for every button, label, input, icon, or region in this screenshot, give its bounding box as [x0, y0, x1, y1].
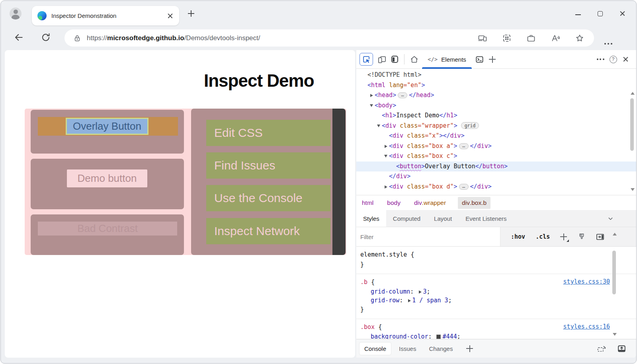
- css-rule--box[interactable]: .box {styles.css:16background-color: #44…: [356, 319, 636, 339]
- page-link-find-issues[interactable]: Find Issues: [206, 152, 330, 179]
- dom-tree-line[interactable]: <h1>Inspect Demo</h1>: [356, 111, 636, 121]
- dom-tree-line[interactable]: <div class="box d">…</div>: [356, 182, 636, 192]
- collapse-arrow-icon[interactable]: [368, 101, 375, 111]
- add-drawer-tab-icon[interactable]: [466, 345, 473, 352]
- back-icon[interactable]: [14, 32, 24, 43]
- page-link-inspect-network[interactable]: Inspect Network: [206, 218, 330, 244]
- css-rule-element-style[interactable]: element.style {}: [356, 247, 636, 274]
- page-box-e: Bad Contrast: [31, 214, 184, 255]
- dom-tree-line[interactable]: <div class="wrapper">grid: [356, 121, 636, 131]
- settings-more-icon[interactable]: [604, 43, 612, 45]
- apps-icon[interactable]: [502, 33, 512, 43]
- stylesheet-link[interactable]: styles.css:16: [563, 323, 610, 330]
- home-icon[interactable]: [408, 53, 420, 66]
- tab-layout[interactable]: Layout: [427, 210, 459, 227]
- css-property-background-color[interactable]: background-color: #444;: [360, 332, 632, 339]
- bad-contrast-button[interactable]: Bad Contrast: [38, 222, 177, 236]
- edge-logo-icon: [37, 11, 47, 20]
- expand-arrow-icon[interactable]: [383, 182, 389, 192]
- dom-tree-line-selected[interactable]: <button>Overlay Button</button>: [356, 162, 636, 172]
- devtools-toolbar: </> Elements ?: [356, 50, 636, 69]
- expand-arrow-icon[interactable]: [383, 141, 389, 152]
- dock-side-icon[interactable]: [388, 53, 401, 66]
- console-drawer-icon[interactable]: [473, 53, 486, 66]
- dom-tree-line[interactable]: <div class="box c">: [356, 151, 636, 162]
- dom-tree-line[interactable]: <!DOCTYPE html>: [356, 70, 636, 80]
- breadcrumb-item[interactable]: html: [360, 197, 375, 209]
- expand-ellipsis-button[interactable]: …: [459, 184, 469, 190]
- dom-tree-line[interactable]: <html lang="en">: [356, 80, 636, 91]
- refresh-icon[interactable]: [41, 32, 51, 43]
- profile-avatar-icon[interactable]: [10, 8, 21, 19]
- dom-tree-line[interactable]: <div class="x"></div>: [356, 131, 636, 141]
- page-box-a: Overlay Button: [31, 110, 184, 154]
- inspect-element-icon[interactable]: [360, 53, 373, 66]
- styles-scrollbar[interactable]: [612, 247, 617, 339]
- url-text[interactable]: https://microsoftedge.github.io/Demos/de…: [87, 34, 478, 42]
- pseudo-state-toggle[interactable]: :hov: [511, 233, 525, 240]
- breadcrumb-item-active[interactable]: div.box.b: [458, 197, 490, 209]
- device-emulation-icon[interactable]: [375, 53, 388, 66]
- tab-computed[interactable]: Computed: [386, 210, 427, 227]
- lock-icon[interactable]: [73, 34, 81, 42]
- page-title: Inspect Demo: [204, 71, 314, 91]
- breadcrumb-item[interactable]: div.wrapper: [412, 197, 447, 209]
- rotate-device-icon[interactable]: [596, 344, 606, 354]
- new-tab-button[interactable]: [188, 10, 194, 17]
- css-rule--b[interactable]: .b {styles.css:30grid-column: 3;grid-row…: [356, 274, 636, 319]
- add-style-rule-icon[interactable]: [560, 234, 567, 240]
- styles-pane: element.style {}.b {styles.css:30grid-co…: [356, 247, 636, 339]
- minimize-icon[interactable]: [575, 14, 581, 15]
- overlay-button[interactable]: Overlay Button: [66, 118, 149, 135]
- favorites-star-icon[interactable]: [575, 33, 584, 43]
- css-property-grid-row[interactable]: grid-row: 1 / span 3;: [360, 296, 632, 305]
- css-property-grid-column[interactable]: grid-column: 3;: [360, 287, 632, 296]
- grid-badge[interactable]: grid: [461, 122, 479, 129]
- send-to-devices-icon[interactable]: [478, 33, 487, 43]
- tab-strip: Inspector Demonstration: [1, 1, 636, 25]
- drawer-tab-changes[interactable]: Changes: [424, 343, 457, 355]
- dom-tree-line[interactable]: <div class="box a">…</div>: [356, 141, 636, 152]
- dom-tree-line[interactable]: <body>: [356, 101, 636, 111]
- chevron-down-icon[interactable]: [607, 215, 614, 222]
- address-bar-icons: [478, 33, 584, 43]
- demo-button[interactable]: Demo button: [67, 169, 147, 187]
- stylesheet-link[interactable]: styles.css:30: [563, 278, 610, 285]
- browser-window: Inspector Demonstration https://microsof…: [0, 0, 637, 364]
- browser-tab[interactable]: Inspector Demonstration: [32, 6, 179, 25]
- styles-filter-input[interactable]: [356, 227, 500, 246]
- tab-elements[interactable]: </> Elements: [420, 50, 473, 69]
- dark-sidebar: [332, 109, 346, 255]
- window-close-icon[interactable]: [619, 10, 626, 17]
- devtools-close-icon[interactable]: [619, 53, 632, 66]
- dom-scrollbar[interactable]: [629, 89, 635, 195]
- class-toggle[interactable]: .cls: [535, 233, 550, 240]
- read-aloud-icon[interactable]: [551, 33, 560, 43]
- tab-styles[interactable]: Styles: [356, 210, 386, 227]
- page-link-edit-css[interactable]: Edit CSS: [206, 120, 330, 146]
- url-path: /Demos/devtools-inspect/: [184, 34, 260, 42]
- collapse-arrow-icon[interactable]: [383, 151, 389, 162]
- expand-arrow-icon[interactable]: [368, 90, 375, 101]
- help-icon[interactable]: ?: [607, 53, 619, 66]
- tab-close-icon[interactable]: [167, 13, 174, 19]
- open-panel-icon[interactable]: [617, 344, 627, 354]
- address-bar[interactable]: https://microsoftedge.github.io/Demos/de…: [64, 29, 594, 47]
- page-link-use-the-console[interactable]: Use the Console: [206, 185, 330, 211]
- tab-event-listeners[interactable]: Event Listeners: [459, 210, 513, 227]
- maximize-icon[interactable]: [598, 11, 603, 16]
- expand-ellipsis-button[interactable]: …: [398, 92, 407, 98]
- sidebar-toggle-icon[interactable]: [596, 232, 605, 241]
- paintbrush-icon[interactable]: [577, 232, 586, 241]
- devtools-more-icon[interactable]: [594, 53, 607, 66]
- expand-ellipsis-button[interactable]: …: [459, 143, 469, 149]
- drawer-bar: ConsoleIssuesChanges: [356, 339, 636, 358]
- collapse-arrow-icon[interactable]: [375, 121, 382, 131]
- breadcrumb-item[interactable]: body: [385, 197, 402, 209]
- drawer-tab-console[interactable]: Console: [360, 343, 391, 355]
- dom-tree-line[interactable]: <head>…</head>: [356, 90, 636, 101]
- add-panel-icon[interactable]: [486, 53, 499, 66]
- drawer-tab-issues[interactable]: Issues: [394, 343, 421, 355]
- collections-briefcase-icon[interactable]: [526, 33, 536, 43]
- dom-tree-line[interactable]: </div>: [356, 171, 636, 182]
